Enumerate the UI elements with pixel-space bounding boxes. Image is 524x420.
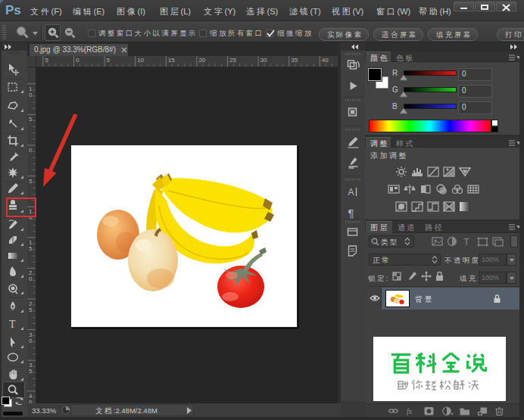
svg-text:35: 35 [291, 57, 298, 64]
svg-text:5: 5 [29, 306, 33, 313]
svg-text:¶: ¶ [348, 207, 354, 219]
svg-text:5: 5 [107, 57, 111, 64]
svg-text:30: 30 [260, 57, 267, 64]
svg-text:T: T [9, 319, 16, 330]
svg-text:40: 40 [322, 57, 329, 64]
svg-text:A: A [348, 187, 354, 198]
svg-text:10: 10 [137, 57, 144, 64]
svg-text:5: 5 [29, 245, 33, 252]
svg-text:25: 25 [229, 57, 236, 64]
svg-text:5: 5 [45, 57, 48, 64]
svg-text:fx: fx [407, 407, 413, 415]
svg-text:0: 0 [29, 338, 33, 344]
svg-text:5: 5 [29, 368, 33, 375]
svg-text:0: 0 [76, 57, 80, 64]
svg-text:15: 15 [168, 57, 175, 64]
svg-text:T: T [463, 236, 469, 247]
svg-text:20: 20 [198, 57, 205, 64]
svg-text:0: 0 [29, 92, 33, 98]
svg-text:0: 0 [29, 275, 33, 282]
